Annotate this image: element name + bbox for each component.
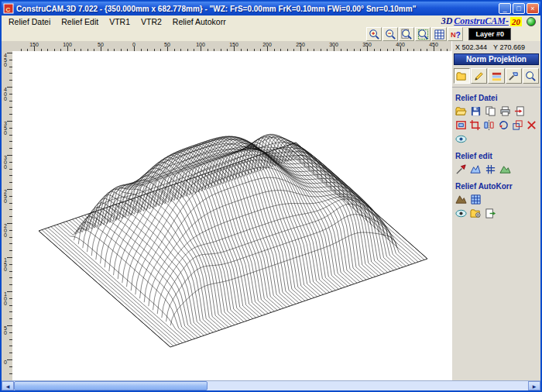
ruler-horizontal: 15010050050100150200250300350400450 [12, 41, 451, 52]
brand-name: ConstruCAM- [454, 15, 509, 27]
relief-wireframe [12, 51, 451, 381]
window-title: ConstruCAM-3D 7.022 - {350.000mm x 682.7… [16, 5, 496, 13]
rotate-icon[interactable] [497, 119, 509, 131]
scrollbar-thumb[interactable] [14, 381, 208, 390]
ruler-label: 200 [262, 42, 272, 47]
ruler-tick [7, 189, 12, 190]
panel-edit-tab-tab[interactable] [471, 68, 487, 84]
ruler-label: 4 5 0 [4, 53, 7, 67]
delete-icon[interactable] [526, 119, 538, 131]
section-label: Relief AutoKorr [452, 176, 540, 192]
export-icon[interactable] [484, 207, 497, 219]
ruler-label: 5 0 [4, 326, 7, 335]
ruler-label: 3 5 0 [4, 122, 7, 136]
ruler-tick [7, 257, 12, 258]
icon-row [452, 118, 540, 132]
ruler-vertical: 4 5 04 0 03 5 03 0 02 5 02 0 01 5 01 0 0… [2, 51, 13, 381]
ruler-label: 100 [196, 42, 205, 47]
menu-relief-datei[interactable]: Relief Datei [3, 16, 56, 27]
ruler-tick [7, 325, 12, 326]
coord-x: X 502.344 [455, 43, 487, 51]
open-folder-icon[interactable] [455, 105, 468, 117]
close-button[interactable]: × [527, 3, 539, 14]
ruler-label: 4 0 0 [4, 88, 7, 101]
ruler-label: 1 0 0 [4, 292, 7, 306]
coordinate-readout: X 502.344 Y 270.669 [452, 41, 540, 53]
resize-icon[interactable] [511, 119, 523, 131]
app-window: C ConstruCAM-3D 7.022 - {350.000mm x 682… [0, 0, 542, 392]
scrollbar-track[interactable] [14, 381, 528, 390]
side-panel: X 502.344 Y 270.669 Norm Projektion Reli… [451, 41, 540, 381]
brand-logo: 3D ConstruCAM- 20 [441, 15, 522, 27]
menu-vtr1[interactable]: VTR1 [104, 16, 136, 27]
save-icon[interactable] [469, 105, 482, 117]
canvas-area: 15010050050100150200250300350400450 4 5 … [2, 41, 452, 381]
print-icon[interactable] [499, 105, 512, 117]
smooth-icon[interactable] [469, 163, 482, 175]
section-label: Relief edit [452, 146, 540, 162]
ruler-tick [7, 53, 12, 53]
import-icon[interactable] [513, 105, 527, 117]
scroll-left-button[interactable]: ◀ [2, 381, 14, 390]
toolbar: N? Layer #0 [2, 27, 540, 41]
panel-title: Norm Projektion [454, 53, 539, 65]
section-label: Relief Datei [452, 88, 540, 104]
layer-indicator[interactable]: Layer #0 [468, 28, 511, 40]
mirror-icon[interactable] [483, 119, 496, 131]
copy-icon[interactable] [484, 105, 497, 117]
maximize-button[interactable]: □ [513, 3, 525, 14]
scroll-right-button[interactable]: ▶ [528, 381, 540, 390]
status-led-icon [527, 17, 536, 26]
query-icon[interactable]: N? [448, 27, 463, 41]
minimize-button[interactable]: _ [499, 3, 511, 14]
menu-relief-autokorr[interactable]: Relief Autokorr [167, 16, 232, 27]
icon-row [452, 162, 540, 176]
horizontal-scrollbar[interactable]: ◀ ▶ [2, 380, 540, 390]
zoom-fit-icon[interactable] [415, 27, 431, 41]
panel-tools-tab-tab[interactable] [506, 68, 522, 84]
mountain-icon[interactable] [499, 163, 512, 175]
svg-text:C: C [6, 6, 11, 13]
ruler-label: 150 [29, 42, 39, 47]
panel-zoom-tab-tab[interactable] [523, 68, 539, 84]
ruler-label: 3 0 0 [4, 156, 7, 170]
menu-bar: Relief DateiRelief EditVTR1VTR2Relief Au… [2, 15, 540, 28]
panel-folder-tab-tab[interactable] [454, 68, 470, 84]
hatch-icon[interactable] [484, 163, 497, 175]
coord-y: Y 270.669 [493, 43, 525, 51]
ruler-corner [2, 41, 13, 52]
zoom-in-icon[interactable] [366, 27, 382, 41]
menu-vtr2[interactable]: VTR2 [136, 16, 167, 27]
folder-gear-icon[interactable] [469, 207, 482, 219]
grid-blue-icon[interactable] [469, 193, 482, 205]
ruler-label: 50 [164, 42, 170, 47]
ruler-label: 150 [229, 42, 238, 47]
app-icon: C [3, 3, 14, 14]
drawing-canvas[interactable] [12, 51, 451, 381]
zoom-page-icon[interactable] [399, 27, 414, 41]
eye-icon[interactable] [455, 207, 468, 219]
menu-relief-edit[interactable]: Relief Edit [56, 16, 104, 27]
crop-icon[interactable] [468, 119, 481, 131]
ruler-label: 300 [329, 42, 338, 47]
view-icon[interactable] [455, 132, 468, 145]
ruler-tick [7, 359, 12, 360]
panel-book-tab-tab[interactable] [488, 68, 504, 84]
ruler-tick [7, 291, 12, 292]
probe-icon[interactable] [455, 163, 468, 175]
ruler-tick [7, 155, 12, 156]
icon-row [452, 104, 540, 118]
peak-icon[interactable] [455, 193, 468, 205]
ruler-tick [7, 223, 12, 224]
grid-icon[interactable] [431, 27, 447, 41]
zoom-out-icon[interactable] [382, 27, 398, 41]
title-bar[interactable]: C ConstruCAM-3D 7.022 - {350.000mm x 682… [2, 2, 540, 15]
ruler-label: 350 [362, 42, 372, 47]
ruler-label: 0 [4, 360, 7, 365]
ruler-label: 250 [296, 42, 305, 47]
ruler-tick [7, 121, 12, 122]
svg-text:?: ? [455, 31, 460, 40]
panel-tab-strip [452, 66, 540, 88]
ruler-label: 2 5 0 [4, 190, 7, 204]
frame-icon[interactable] [455, 119, 467, 131]
